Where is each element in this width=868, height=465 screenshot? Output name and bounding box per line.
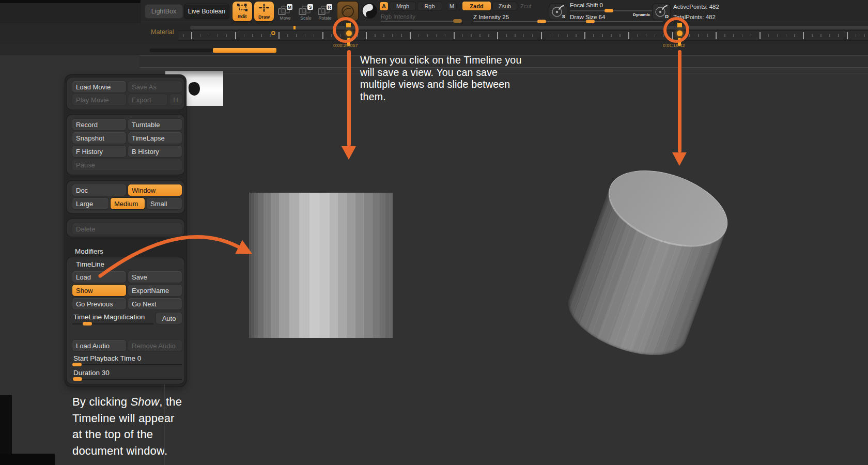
timeline-keyframe-empty[interactable] (271, 31, 275, 35)
playback-bar-fill[interactable] (213, 48, 276, 53)
duration-label: Duration 30 (73, 369, 110, 377)
timeline-marker1-time: 0:00:29.057 (333, 43, 358, 48)
timeline-note: When you click on the Timeline you will … (360, 54, 521, 103)
export-button[interactable]: Export (128, 94, 167, 105)
document-edge-line (223, 73, 868, 74)
rgb-button[interactable]: Rgb (417, 2, 442, 10)
z-intensity-handle[interactable] (537, 20, 546, 23)
load-movie-button[interactable]: Load Movie (72, 81, 126, 92)
duration-slider[interactable] (72, 379, 182, 380)
draw-button[interactable]: Draw (254, 2, 274, 21)
timelapse-button[interactable]: TimeLapse (128, 132, 182, 144)
go-previous-button[interactable]: Go Previous (72, 298, 126, 309)
snapshot-button[interactable]: Snapshot (72, 132, 126, 144)
live-boolean-button[interactable]: Live Boolean (184, 4, 229, 19)
start-playback-slider[interactable] (72, 364, 182, 365)
zadd-button[interactable]: Zadd (462, 2, 491, 10)
annotation-arrow-right (678, 50, 681, 152)
start-playback-handle[interactable] (72, 363, 82, 366)
annotation-arrowhead-right (672, 152, 687, 166)
zcut-button[interactable]: Zcut (520, 3, 531, 9)
dynamic-toggle[interactable]: Dynamic (633, 12, 650, 17)
scale-button[interactable]: S Scale (298, 4, 314, 21)
draw-crosshair-icon (259, 4, 269, 14)
zbrush-window: LightBox Live Boolean Edit Draw M Move S… (0, 0, 868, 465)
yin-yang-sphere-icon (361, 3, 378, 19)
remove-audio-button[interactable]: Remove Audio (128, 340, 182, 351)
h-button[interactable]: H (169, 94, 182, 105)
zsub-button[interactable]: Zsub (493, 2, 517, 10)
annotation-arrow-left (347, 50, 351, 146)
doc-button[interactable]: Doc (72, 184, 126, 196)
edit-button[interactable]: Edit (233, 2, 252, 21)
pause-button[interactable]: Pause (72, 159, 182, 171)
stroke-type-button[interactable] (361, 2, 378, 20)
annotation-arrowhead-left (342, 146, 356, 160)
show-note: By clicking Show, the Timeline will appe… (72, 394, 182, 459)
f-history-button[interactable]: F History (72, 146, 126, 157)
timeline-ruler[interactable] (178, 30, 868, 41)
go-next-button[interactable]: Go Next (128, 298, 182, 309)
save-as-button[interactable]: Save As (128, 81, 182, 92)
timeline-track-label: Material (151, 28, 174, 36)
dots-stroke-button[interactable]: D (653, 4, 670, 20)
record-button[interactable]: Record (72, 119, 126, 130)
cylinder-tilted-view[interactable] (559, 156, 738, 369)
rgb-intensity-slider[interactable] (381, 21, 461, 22)
rgb-intensity-label: Rgb Intensity (381, 13, 415, 20)
lightbox-button[interactable]: LightBox (145, 5, 182, 18)
rgb-intensity-handle[interactable] (453, 19, 462, 23)
tl-magnification-handle[interactable] (83, 322, 92, 326)
marker1-highlight-ring (333, 17, 359, 43)
b-history-button[interactable]: B History (128, 146, 182, 157)
m-button[interactable]: M (447, 2, 456, 10)
focal-shift-handle[interactable] (605, 9, 613, 12)
alpha-a-button[interactable]: A (380, 2, 388, 10)
draw-size-handle[interactable] (586, 20, 595, 23)
turntable-button[interactable]: Turntable (128, 119, 182, 130)
annotation-curved-arrow (78, 207, 264, 295)
mrgb-button[interactable]: Mrgb (390, 2, 415, 10)
active-points-readout: ActivePoints: 482 (673, 4, 719, 10)
focal-shift-label: Focal Shift 0 (570, 2, 603, 8)
z-intensity-label: Z Intensity 25 (473, 14, 509, 20)
timeline-major-ticks (178, 32, 868, 39)
canvas-edge-line (164, 384, 165, 465)
marker2-highlight-ring (663, 17, 689, 43)
focal-shift-slider[interactable] (570, 10, 663, 11)
scale-icon (299, 8, 306, 15)
sub-band (0, 44, 868, 55)
move-button[interactable]: M Move (277, 4, 293, 21)
draw-size-slider[interactable] (570, 21, 663, 22)
z-intensity-slider[interactable] (473, 21, 571, 22)
timeline-marker2-time: 0:01:16.42 (663, 43, 685, 48)
window-button[interactable]: Window (128, 184, 182, 196)
move-icon (278, 8, 286, 15)
rotate-icon (318, 8, 326, 15)
auto-button[interactable]: Auto (156, 313, 182, 324)
start-playback-label: Start Playback Time 0 (73, 354, 141, 362)
rotate-button[interactable]: R Rotate (317, 4, 333, 21)
tl-magnification-label: TimeLine Magnification (73, 313, 145, 321)
cylinder-front-view[interactable] (249, 193, 393, 338)
toolbar-left-corner (0, 0, 141, 23)
timeline-zoom-tick (293, 26, 296, 29)
play-movie-button[interactable]: Play Movie (72, 94, 126, 105)
playback-bar-track[interactable] (150, 49, 213, 52)
stroke-button[interactable]: S (549, 4, 567, 20)
load-audio-button[interactable]: Load Audio (72, 340, 126, 351)
brush-sphere-icon (340, 4, 355, 19)
timeline-zoom-strip[interactable] (190, 26, 868, 29)
stroke-preview-shape (188, 82, 200, 96)
duration-handle[interactable] (73, 377, 82, 381)
screen-edge-corner (0, 454, 55, 465)
edit-gizmo-icon (237, 4, 247, 13)
